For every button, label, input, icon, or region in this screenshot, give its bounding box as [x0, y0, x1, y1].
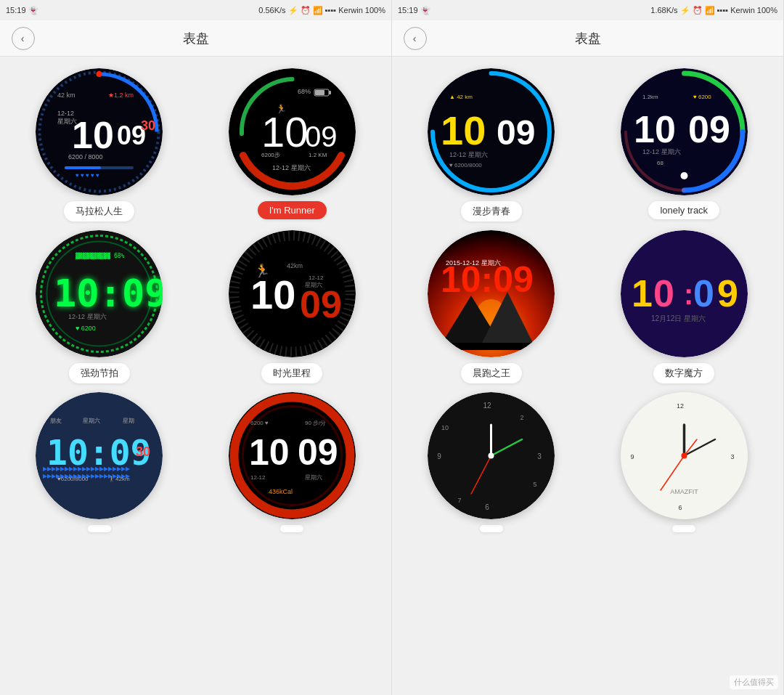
- watch-circle-manbu[interactable]: ▲ 42 km 10 09 12-12 星期六 ♥ 6200/8000: [428, 68, 555, 195]
- watch-circle-classic2[interactable]: 12 3 6 9: [621, 392, 748, 519]
- watch-svg-redcircle: 6200 ♥ 90 步/分 10 09 12-12 星期六 436kCal: [229, 392, 356, 519]
- svg-marker-78: [428, 343, 555, 350]
- svg-text:6200步: 6200步: [261, 152, 280, 158]
- svg-text::: :: [684, 278, 693, 310]
- label-bluedigital[interactable]: [88, 525, 111, 532]
- svg-text:42 km: 42 km: [57, 92, 75, 99]
- svg-text:10: 10: [72, 114, 114, 156]
- watchface-bluedigital[interactable]: ▶▶▶▶▶▶▶▶▶▶▶▶▶▶▶▶▶▶▶▶ ▶▶▶▶▶▶▶▶▶▶▶▶▶▶▶▶▶▶▶…: [6, 392, 193, 532]
- svg-text:42km: 42km: [287, 262, 303, 269]
- svg-text:12-12 星期六: 12-12 星期六: [68, 313, 107, 320]
- svg-text:12-12 星期六: 12-12 星期六: [449, 151, 488, 158]
- svg-text:10: 10: [261, 108, 309, 155]
- time-right: 15:19: [398, 6, 418, 15]
- label-classic2[interactable]: [672, 525, 695, 532]
- svg-text:30: 30: [141, 118, 155, 133]
- content-left: 42 km ★1.2 km 12-12 星期六 10 09 30 6200 / …: [0, 57, 391, 695]
- watch-circle-miles[interactable]: 🏃 42km 12-12 星期六 10 09: [229, 230, 356, 357]
- svg-text:09: 09: [298, 432, 338, 473]
- watchface-runner[interactable]: 68% 🏃 10 6200步 1.2 KM 09: [199, 68, 386, 221]
- svg-text:♥ 6200: ♥ 6200: [693, 94, 711, 100]
- watch-svg-runner: 68% 🏃 10 6200步 1.2 KM 09: [229, 68, 356, 195]
- svg-text:30: 30: [136, 444, 150, 459]
- watchface-manbu[interactable]: ▲ 42 km 10 09 12-12 星期六 ♥ 6200/8000 漫步青春: [398, 68, 585, 221]
- label-strong[interactable]: 强劲节拍: [69, 363, 130, 383]
- svg-text:♥ ♥ ♥ ♥ ♥: ♥ ♥ ♥ ♥ ♥: [75, 172, 99, 179]
- watch-circle-lonely[interactable]: 1.2km ♥ 6200 10 09 12-12 星期六 68: [621, 68, 748, 195]
- svg-text:68%: 68%: [298, 88, 311, 95]
- user-right: Kerwin: [730, 6, 755, 15]
- svg-rect-17: [315, 90, 324, 95]
- watch-circle-classic1[interactable]: 12 3 6 9 2 5 7 10: [428, 392, 555, 519]
- label-miles[interactable]: 时光里程: [261, 363, 322, 383]
- svg-text:♥ 6200: ♥ 6200: [75, 325, 96, 332]
- watch-svg-morning: 2015-12-12 星期六 10:09: [428, 230, 555, 357]
- watchface-grid-left: 42 km ★1.2 km 12-12 星期六 10 09 30 6200 / …: [6, 68, 385, 532]
- label-lonely[interactable]: lonely track: [648, 201, 719, 219]
- svg-text:9: 9: [630, 453, 634, 460]
- svg-text:09: 09: [305, 121, 338, 153]
- svg-text:12-12 星期六: 12-12 星期六: [642, 148, 681, 155]
- svg-text:9: 9: [437, 452, 441, 460]
- svg-text:10: 10: [634, 108, 676, 150]
- status-right-right: 1.68K/s ⚡ ⏰ 📶 ▪▪▪▪ Kerwin 100%: [650, 6, 777, 15]
- user-left: Kerwin: [338, 6, 363, 15]
- watch-circle-morning[interactable]: 2015-12-12 星期六 10:09: [428, 230, 555, 357]
- watch-circle-runner[interactable]: 68% 🏃 10 6200步 1.2 KM 09: [229, 68, 356, 195]
- watchface-marathon[interactable]: 42 km ★1.2 km 12-12 星期六 10 09 30 6200 / …: [6, 68, 193, 221]
- watch-svg-manbu: ▲ 42 km 10 09 12-12 星期六 ♥ 6200/8000: [428, 68, 555, 195]
- svg-text:1: 1: [632, 272, 653, 314]
- watch-svg-classic2: 12 3 6 9: [621, 392, 748, 519]
- svg-text:7: 7: [458, 497, 462, 504]
- svg-rect-12: [65, 166, 101, 169]
- watchface-grid-right: ▲ 42 km 10 09 12-12 星期六 ♥ 6200/8000 漫步青春: [398, 68, 777, 532]
- watch-circle-cube[interactable]: 1 0 : 0 9 12月12日 星期六: [621, 230, 748, 357]
- svg-text:10: 10: [249, 432, 290, 473]
- ghost-icon-right: 👻: [420, 6, 430, 15]
- svg-text:9: 9: [717, 272, 738, 314]
- watch-svg-miles: 🏃 42km 12-12 星期六 10 09: [229, 230, 356, 357]
- watch-circle-strong[interactable]: ▓▓▓▓▓▓▓▓▓▓ 68% 10:09 12-12 星期六 ♥ 6200: [36, 230, 163, 357]
- svg-text:▲ 42 km: ▲ 42 km: [449, 94, 473, 100]
- alarm-icon-right: ⏰: [693, 6, 703, 15]
- back-button-left[interactable]: ‹: [12, 27, 35, 50]
- phone-panel-left: 15:19 👻 0.56K/s ⚡ ⏰ 📶 ▪▪▪▪ Kerwin 100% ‹…: [0, 0, 392, 695]
- svg-text:5: 5: [534, 481, 537, 488]
- watchface-strong[interactable]: ▓▓▓▓▓▓▓▓▓▓ 68% 10:09 12-12 星期六 ♥ 6200 强劲…: [6, 230, 193, 383]
- label-marathon[interactable]: 马拉松人生: [64, 201, 134, 221]
- svg-point-100: [489, 453, 494, 459]
- watchface-classic1[interactable]: 12 3 6 9 2 5 7 10: [398, 392, 585, 532]
- watch-circle-marathon[interactable]: 42 km ★1.2 km 12-12 星期六 10 09 30 6200 / …: [36, 68, 163, 195]
- watch-circle-bluedigital[interactable]: ▶▶▶▶▶▶▶▶▶▶▶▶▶▶▶▶▶▶▶▶ ▶▶▶▶▶▶▶▶▶▶▶▶▶▶▶▶▶▶▶…: [36, 392, 163, 519]
- svg-point-2: [97, 71, 102, 77]
- watch-circle-redcircle[interactable]: 6200 ♥ 90 步/分 10 09 12-12 星期六 436kCal: [229, 392, 356, 519]
- watchface-miles[interactable]: 🏃 42km 12-12 星期六 10 09 时光里程: [199, 230, 386, 383]
- watchface-classic2[interactable]: 12 3 6 9: [591, 392, 778, 532]
- svg-text:6: 6: [485, 503, 489, 511]
- label-redcircle[interactable]: [280, 525, 303, 532]
- wifi-icon: 📶: [313, 6, 323, 15]
- bt-icon: ⚡: [288, 6, 298, 15]
- svg-point-73: [680, 172, 687, 179]
- label-manbu[interactable]: 漫步青春: [461, 201, 522, 221]
- svg-text:10: 10: [441, 424, 449, 431]
- back-button-right[interactable]: ‹: [404, 27, 427, 50]
- watchface-morning[interactable]: 2015-12-12 星期六 10:09 晨跑之王: [398, 230, 585, 383]
- label-runner[interactable]: I'm Runner: [258, 201, 327, 219]
- nav-bar-right: ‹ 表盘: [392, 20, 783, 57]
- label-cube[interactable]: 数字魔方: [653, 363, 714, 383]
- watch-svg-cube: 1 0 : 0 9 12月12日 星期六: [621, 230, 748, 357]
- watchface-redcircle[interactable]: 6200 ♥ 90 步/分 10 09 12-12 星期六 436kCal: [199, 392, 386, 532]
- svg-text:90 步/分: 90 步/分: [305, 420, 326, 426]
- status-left: 15:19 👻: [6, 6, 38, 15]
- svg-text:436kCal: 436kCal: [269, 488, 293, 495]
- watchface-lonely[interactable]: 1.2km ♥ 6200 10 09 12-12 星期六 68 lonely t…: [591, 68, 778, 221]
- label-morning[interactable]: 晨跑之王: [461, 363, 522, 383]
- battery-right: 100%: [757, 6, 777, 15]
- label-classic1[interactable]: [480, 525, 503, 532]
- status-right: 0.56K/s ⚡ ⏰ 📶 ▪▪▪▪ Kerwin 100%: [258, 6, 385, 15]
- svg-text:♥ 6200/8000: ♥ 6200/8000: [449, 162, 482, 168]
- watchface-cube[interactable]: 1 0 : 0 9 12月12日 星期六 数字魔方: [591, 230, 778, 383]
- svg-text:1.2km: 1.2km: [642, 94, 658, 100]
- svg-text:♥6200/8000: ♥6200/8000: [57, 476, 89, 482]
